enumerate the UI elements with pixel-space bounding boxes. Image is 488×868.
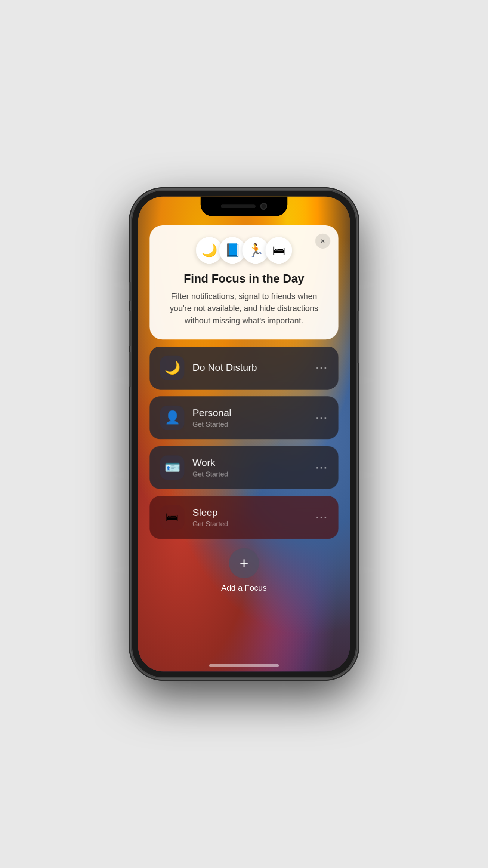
sleep-icon: 🛏 <box>160 505 184 530</box>
sleep-name: Sleep <box>192 507 308 519</box>
do-not-disturb-text: Do Not Disturb <box>192 362 308 374</box>
personal-icon: 👤 <box>160 406 184 430</box>
run-icon-circle: 🏃 <box>242 237 269 264</box>
personal-item[interactable]: 👤 Personal Get Started ··· <box>149 396 338 439</box>
personal-more[interactable]: ··· <box>316 412 328 424</box>
close-button[interactable]: × <box>315 234 330 249</box>
screen-content: 🌙 📘 🏃 🛏 × Find Focus in the Day Filter n… <box>138 197 350 672</box>
mute-button <box>129 282 131 301</box>
work-name: Work <box>192 457 308 469</box>
moon-icon-circle: 🌙 <box>196 237 222 264</box>
do-not-disturb-name: Do Not Disturb <box>192 362 308 374</box>
home-indicator[interactable] <box>209 664 279 667</box>
do-not-disturb-more[interactable]: ··· <box>316 362 328 374</box>
bed-icon-circle: 🛏 <box>265 237 292 264</box>
front-camera <box>260 203 267 210</box>
work-more[interactable]: ··· <box>316 462 328 474</box>
add-focus-label: Add a Focus <box>221 583 267 592</box>
focus-card-description: Filter notifications, signal to friends … <box>162 290 325 327</box>
focus-intro-card: 🌙 📘 🏃 🛏 × Find Focus in the Day Filter n… <box>149 225 338 339</box>
focus-card-title: Find Focus in the Day <box>162 272 325 286</box>
personal-text: Personal Get Started <box>192 407 308 428</box>
personal-sub: Get Started <box>192 420 308 428</box>
sleep-text: Sleep Get Started <box>192 507 308 528</box>
personal-name: Personal <box>192 407 308 419</box>
volume-down-button <box>129 352 131 387</box>
sleep-item[interactable]: 🛏 Sleep Get Started ··· <box>149 496 338 539</box>
sleep-more[interactable]: ··· <box>316 511 328 524</box>
book-icon-circle: 📘 <box>219 237 245 264</box>
focus-card-icons: 🌙 📘 🏃 🛏 <box>162 237 325 264</box>
phone-wrapper: 🌙 📘 🏃 🛏 × Find Focus in the Day Filter n… <box>131 190 357 678</box>
power-button <box>357 311 359 363</box>
add-focus-container: + Add a Focus <box>149 548 338 592</box>
work-icon: 🪪 <box>160 455 184 480</box>
work-text: Work Get Started <box>192 457 308 478</box>
phone-screen: 🌙 📘 🏃 🛏 × Find Focus in the Day Filter n… <box>138 197 350 672</box>
work-sub: Get Started <box>192 470 308 478</box>
speaker <box>221 204 256 208</box>
phone-frame: 🌙 📘 🏃 🛏 × Find Focus in the Day Filter n… <box>131 190 357 678</box>
volume-up-button <box>129 311 131 346</box>
moon-icon: 🌙 <box>160 356 184 380</box>
do-not-disturb-item[interactable]: 🌙 Do Not Disturb ··· <box>149 347 338 390</box>
sleep-sub: Get Started <box>192 520 308 528</box>
add-focus-button[interactable]: + <box>229 548 259 578</box>
work-item[interactable]: 🪪 Work Get Started ··· <box>149 446 338 489</box>
notch <box>201 197 288 216</box>
